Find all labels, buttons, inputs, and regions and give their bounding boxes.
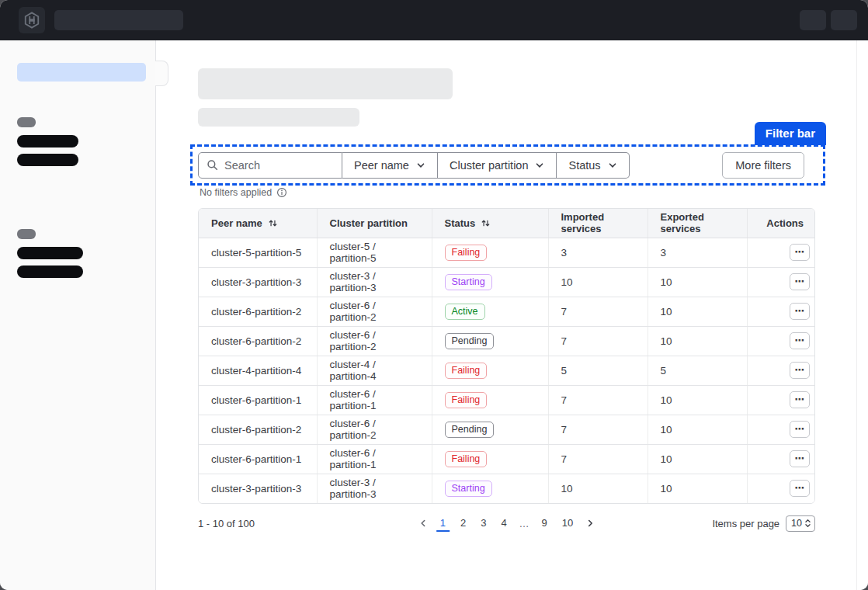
sidebar [0, 40, 156, 590]
page-button-4[interactable]: 4 [497, 515, 510, 532]
imported-services-cell: 7 [548, 326, 648, 356]
chevron-down-icon [608, 161, 617, 170]
cluster-partition-dropdown[interactable]: Cluster partition [438, 152, 557, 179]
status-cell: Failing [432, 356, 548, 385]
imported-services-cell: 10 [548, 267, 648, 297]
imported-services-cell: 7 [548, 297, 648, 326]
cluster-partition-cell: cluster-6 / partition-2 [317, 415, 432, 444]
sort-arrows-icon[interactable] [268, 218, 278, 228]
page-ellipsis: … [518, 518, 531, 529]
row-actions-menu-button[interactable]: ⋯ [790, 362, 810, 379]
caret-up-down-icon [804, 519, 811, 528]
sidebar-item-skeleton [17, 154, 78, 166]
actions-cell: ⋯ [747, 326, 815, 356]
items-per-page-select[interactable]: 10 [786, 515, 815, 532]
hashicorp-logo[interactable] [19, 7, 45, 33]
search-field[interactable] [198, 152, 342, 179]
table-row: cluster-3-partition-3 cluster-3 / partit… [199, 474, 815, 503]
table-row: cluster-6-partition-2 cluster-6 / partit… [199, 326, 815, 356]
status-cell: Failing [432, 444, 548, 474]
table-row: cluster-5-partition-5 cluster-5 / partit… [199, 238, 815, 267]
exported-services-cell: 5 [648, 356, 747, 385]
row-actions-menu-button[interactable]: ⋯ [790, 244, 810, 261]
chevron-down-icon [535, 161, 544, 170]
imported-services-cell: 3 [548, 238, 648, 267]
exported-services-cell: 10 [648, 444, 747, 474]
table-row: cluster-6-partition-2 cluster-6 / partit… [199, 415, 815, 444]
sidebar-item-skeleton [17, 135, 78, 148]
page-button-10[interactable]: 10 [558, 515, 577, 532]
peer-name-cell: cluster-6-partition-2 [199, 326, 317, 356]
actions-cell: ⋯ [747, 444, 815, 474]
row-actions-menu-button[interactable]: ⋯ [790, 391, 810, 408]
exported-services-cell: 3 [648, 238, 747, 267]
peer-name-dropdown-label: Peer name [354, 159, 409, 172]
cluster-partition-cell: cluster-6 / partition-1 [317, 444, 432, 474]
status-cell: Pending [432, 415, 548, 444]
row-actions-menu-button[interactable]: ⋯ [790, 303, 810, 320]
filter-control-group: Peer name Cluster partition Status [198, 152, 630, 179]
cluster-partition-cell: cluster-3 / partition-3 [317, 474, 432, 503]
table-row: cluster-4-partition-4 cluster-4 / partit… [199, 356, 815, 385]
actions-cell: ⋯ [747, 474, 815, 503]
row-actions-menu-button[interactable]: ⋯ [790, 480, 810, 497]
more-filters-button[interactable]: More filters [722, 152, 804, 179]
peer-name-cell: cluster-6-partition-1 [199, 444, 317, 474]
status-badge: Starting [445, 481, 492, 497]
exported-services-cell: 10 [648, 326, 747, 356]
status-badge: Starting [445, 274, 492, 290]
main-content: Filter bar Peer name [156, 40, 868, 590]
page-button-3[interactable]: 3 [477, 515, 490, 532]
peer-name-dropdown[interactable]: Peer name [342, 152, 438, 179]
status-cell: Starting [432, 474, 548, 503]
page-title-skeleton [198, 68, 453, 99]
peer-name-cell: cluster-6-partition-2 [199, 297, 317, 326]
status-dropdown-label: Status [568, 159, 600, 172]
page-button-9[interactable]: 9 [538, 515, 551, 532]
status-cell: Pending [432, 326, 548, 356]
sort-arrows-icon[interactable] [481, 218, 491, 228]
table-row: cluster-3-partition-3 cluster-3 / partit… [199, 267, 815, 297]
info-icon[interactable] [276, 187, 287, 198]
row-actions-menu-button[interactable]: ⋯ [790, 332, 810, 349]
hashicorp-logo-icon [23, 12, 40, 29]
row-actions-menu-button[interactable]: ⋯ [790, 450, 810, 467]
cluster-partition-cell: cluster-6 / partition-1 [317, 385, 432, 415]
scrollbar-track[interactable] [856, 40, 857, 590]
column-header-peer-name[interactable]: Peer name [199, 209, 317, 238]
imported-services-cell: 10 [548, 474, 648, 503]
actions-cell: ⋯ [747, 238, 815, 267]
row-actions-menu-button[interactable]: ⋯ [790, 273, 810, 290]
app-window: Filter bar Peer name [0, 0, 868, 590]
pagination-bar: 1 - 10 of 100 1 2 3 4 … 9 10 [198, 512, 815, 534]
row-actions-menu-button[interactable]: ⋯ [790, 421, 810, 438]
status-badge: Pending [445, 422, 495, 438]
column-header-status[interactable]: Status [432, 209, 548, 238]
status-badge: Failing [445, 363, 488, 379]
sidebar-collapse-handle[interactable] [155, 61, 168, 86]
page-button-2[interactable]: 2 [457, 515, 470, 532]
filter-bar: Peer name Cluster partition Status [190, 144, 825, 186]
actions-cell: ⋯ [747, 356, 815, 385]
status-badge: Active [445, 304, 485, 320]
status-dropdown[interactable]: Status [557, 152, 629, 179]
sidebar-section-label-skeleton [17, 229, 36, 239]
previous-page-button[interactable] [417, 517, 429, 529]
exported-services-cell: 10 [648, 474, 747, 503]
page-button-1[interactable]: 1 [436, 515, 450, 532]
search-icon [207, 159, 218, 171]
column-header-imported-services: Imported services [548, 209, 648, 238]
chevron-down-icon [416, 161, 425, 170]
search-input[interactable] [224, 159, 325, 172]
sidebar-active-item-skeleton [17, 63, 146, 82]
table-header-row: Peer name Cluster partition [199, 209, 815, 238]
filters-status: No filters applied [200, 187, 287, 198]
next-page-button[interactable] [584, 517, 596, 529]
status-cell: Active [432, 297, 548, 326]
column-header-cluster-partition[interactable]: Cluster partition [317, 209, 432, 238]
exported-services-cell: 10 [648, 385, 747, 415]
annotation-label: Filter bar [755, 122, 826, 145]
page-subtitle-skeleton [198, 108, 359, 127]
actions-cell: ⋯ [747, 415, 815, 444]
top-nav-bar [0, 0, 868, 40]
